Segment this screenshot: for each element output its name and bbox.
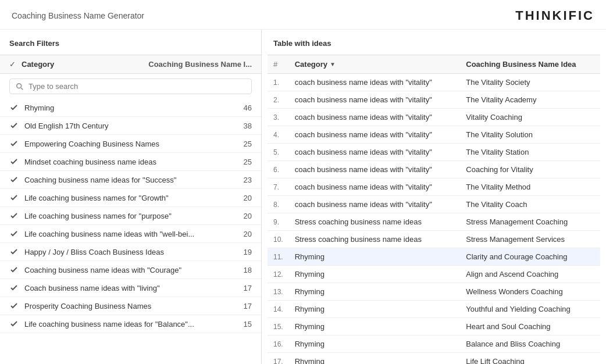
category-header-label: Category bbox=[295, 60, 327, 69]
filter-check-icon bbox=[9, 193, 19, 202]
row-num: 2. bbox=[268, 91, 289, 109]
header-check-icon: ✓ bbox=[9, 60, 16, 69]
filter-list: Rhyming 46 Old English 17th Century 38 E… bbox=[0, 99, 261, 364]
filter-count: 46 bbox=[238, 104, 252, 112]
row-num: 7. bbox=[268, 179, 289, 196]
row-num: 4. bbox=[268, 126, 289, 144]
filter-check-icon bbox=[9, 121, 19, 130]
row-name-idea: Coaching for Vitality bbox=[460, 161, 600, 179]
filter-item[interactable]: Old English 17th Century 38 bbox=[0, 117, 261, 135]
filter-name: Life coaching business name ideas for "B… bbox=[24, 320, 238, 329]
row-category: coach business name ideas with "vitality… bbox=[289, 91, 461, 109]
search-input[interactable] bbox=[28, 82, 245, 91]
filter-count: 18 bbox=[238, 266, 252, 274]
filter-item[interactable]: Prosperity Coaching Business Names 17 bbox=[0, 297, 261, 315]
svg-line-1 bbox=[21, 88, 23, 90]
table-row: 13. Rhyming Wellness Wonders Coaching bbox=[268, 283, 600, 301]
filter-check-icon bbox=[9, 283, 19, 292]
row-category: Stress coaching business name ideas bbox=[289, 231, 461, 248]
row-name-idea: Balance and Bliss Coaching bbox=[460, 336, 600, 353]
sort-icon: ▼ bbox=[330, 61, 336, 67]
row-category: Rhyming bbox=[289, 301, 461, 318]
filter-item[interactable]: Life coaching business names for "purpos… bbox=[0, 207, 261, 225]
filter-count: 20 bbox=[238, 212, 252, 220]
filter-item[interactable]: Rhyming 46 bbox=[0, 99, 261, 117]
row-name-idea: The Vitality Solution bbox=[460, 126, 600, 144]
filter-check-icon bbox=[9, 301, 19, 311]
row-name-idea: The Vitality Station bbox=[460, 144, 600, 161]
filter-header: ✓ Category Coaching Business Name I... bbox=[0, 55, 261, 74]
brand-logo: THINKIFIC bbox=[515, 8, 594, 23]
filter-count: 15 bbox=[238, 320, 252, 329]
table-row: 15. Rhyming Heart and Soul Coaching bbox=[268, 318, 600, 336]
ideas-table: # Category ▼ Coaching Business Name Idea… bbox=[268, 55, 600, 364]
filter-item[interactable]: Coach business name ideas with "living" … bbox=[0, 279, 261, 297]
header-name-col: Coaching Business Name I... bbox=[148, 60, 252, 69]
filter-name: Prosperity Coaching Business Names bbox=[24, 302, 238, 311]
header-category-col: Category bbox=[22, 60, 148, 69]
filter-name: Happy / Joy / Bliss Coach Business Ideas bbox=[24, 248, 238, 256]
filter-count: 23 bbox=[238, 176, 252, 184]
table-with-ideas-label: Table with ideas bbox=[262, 39, 606, 55]
filter-item[interactable]: Life coaching business names for "Growth… bbox=[0, 189, 261, 207]
row-category: Rhyming bbox=[289, 248, 461, 266]
table-row: 2. coach business name ideas with "vital… bbox=[268, 91, 600, 109]
filter-check-icon bbox=[9, 319, 19, 329]
filter-item[interactable]: Coaching business name ideas with "Coura… bbox=[0, 261, 261, 279]
row-category: coach business name ideas with "vitality… bbox=[289, 144, 461, 161]
search-box[interactable] bbox=[9, 78, 252, 94]
row-category: coach business name ideas with "vitality… bbox=[289, 109, 461, 126]
search-icon bbox=[16, 83, 24, 91]
table-row: 5. coach business name ideas with "vital… bbox=[268, 144, 600, 161]
filter-name: Empowering Coaching Business Names bbox=[24, 140, 238, 148]
app-title: Coaching Business Name Generator bbox=[12, 11, 144, 20]
row-num: 8. bbox=[268, 196, 289, 213]
filter-item[interactable]: Life coaching business name ideas for "B… bbox=[0, 315, 261, 333]
filter-count: 25 bbox=[238, 158, 252, 166]
filter-count: 17 bbox=[238, 284, 252, 292]
filter-item[interactable]: Life coaching business name ideas with "… bbox=[0, 225, 261, 243]
table-row: 17. Rhyming Life Lift Coaching bbox=[268, 353, 600, 365]
row-category: Rhyming bbox=[289, 353, 461, 365]
row-num: 12. bbox=[268, 266, 289, 283]
filter-name: Life coaching business names for "purpos… bbox=[24, 212, 238, 220]
row-category: coach business name ideas with "vitality… bbox=[289, 126, 461, 144]
main-content: Search Filters ✓ Category Coaching Busin… bbox=[0, 30, 606, 364]
row-num: 17. bbox=[268, 353, 289, 365]
table-row: 14. Rhyming Youthful and Yielding Coachi… bbox=[268, 301, 600, 318]
filter-count: 19 bbox=[238, 248, 252, 256]
filter-item[interactable]: Mindset coaching business name ideas 25 bbox=[0, 153, 261, 171]
row-num: 11. bbox=[268, 248, 289, 266]
row-num: 15. bbox=[268, 318, 289, 336]
row-category: Rhyming bbox=[289, 336, 461, 353]
row-num: 13. bbox=[268, 283, 289, 301]
row-name-idea: Heart and Soul Coaching bbox=[460, 318, 600, 336]
filter-item[interactable]: Empowering Coaching Business Names 25 bbox=[0, 135, 261, 153]
filter-name: Life coaching business names for "Growth… bbox=[24, 194, 238, 202]
row-num: 9. bbox=[268, 213, 289, 231]
col-category[interactable]: Category ▼ bbox=[289, 55, 461, 74]
row-name-idea: Stress Management Services bbox=[460, 231, 600, 248]
row-num: 16. bbox=[268, 336, 289, 353]
col-num: # bbox=[268, 55, 289, 74]
filter-count: 25 bbox=[238, 140, 252, 148]
row-name-idea: Clarity and Courage Coaching bbox=[460, 248, 600, 266]
table-row: 8. coach business name ideas with "vital… bbox=[268, 196, 600, 213]
filter-item[interactable]: Happy / Joy / Bliss Coach Business Ideas… bbox=[0, 243, 261, 261]
row-num: 5. bbox=[268, 144, 289, 161]
filter-check-icon bbox=[9, 229, 19, 238]
table-row: 6. coach business name ideas with "vital… bbox=[268, 161, 600, 179]
row-name-idea: Youthful and Yielding Coaching bbox=[460, 301, 600, 318]
filter-count: 20 bbox=[238, 194, 252, 202]
filter-name: Old English 17th Century bbox=[24, 122, 238, 130]
row-name-idea: Vitality Coaching bbox=[460, 109, 600, 126]
search-filters-label: Search Filters bbox=[0, 39, 261, 55]
table-row: 1. coach business name ideas with "vital… bbox=[268, 74, 600, 91]
table-row: 12. Rhyming Align and Ascend Coaching bbox=[268, 266, 600, 283]
table-row: 10. Stress coaching business name ideas … bbox=[268, 231, 600, 248]
table-row: 3. coach business name ideas with "vital… bbox=[268, 109, 600, 126]
filter-count: 20 bbox=[238, 230, 252, 238]
right-panel: Table with ideas # Category ▼ Coaching B… bbox=[262, 30, 606, 364]
table-row: 7. coach business name ideas with "vital… bbox=[268, 179, 600, 196]
filter-item[interactable]: Coaching business name ideas for "Succes… bbox=[0, 171, 261, 189]
